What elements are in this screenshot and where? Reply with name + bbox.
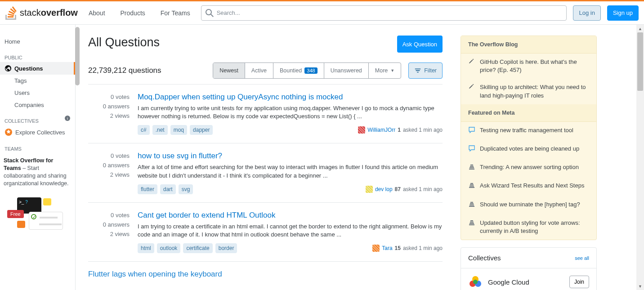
question-excerpt: I am currently trying to write unit test… [138,104,443,120]
nav-about[interactable]: About [84,7,110,19]
meta-item[interactable]: Ask Wizard Test Results and Next Steps [461,177,596,196]
see-all-link[interactable]: see all [575,255,589,261]
question-title[interactable]: how to use svg in flutter? [138,152,443,161]
question-item: 0 votes 0 answers 2 views how to use svg… [88,143,443,202]
tag[interactable]: .net [152,125,168,135]
tag[interactable]: dart [160,184,176,194]
page-title: All Questions [88,36,160,49]
login-button[interactable]: Log in [573,5,600,21]
avatar[interactable] [358,126,365,134]
meta-item[interactable]: Trending: A new answer sorting option [461,159,596,177]
avatar[interactable] [372,245,380,252]
tag[interactable]: c# [138,125,150,135]
tag[interactable]: outlook [157,243,181,253]
topbar: stackoverflow About Products For Teams L… [0,1,644,25]
question-meta: dev lop 87 asked 1 min ago [366,186,443,193]
join-button[interactable]: Join [569,276,589,288]
tab-more[interactable]: More ▼ [369,63,401,78]
filter-tabs: Newest Active Bountied348 Unanswered Mor… [213,62,401,79]
search-input[interactable] [201,5,567,21]
tag[interactable]: dapper [190,125,213,135]
asked-time: asked 1 min ago [403,127,443,133]
info-icon[interactable]: i [64,115,71,121]
tab-more-label: More [375,67,388,74]
question-item: 0 votes 0 answers 2 views Moq.Dapper whe… [88,85,443,143]
scroll-up-arrow[interactable]: ▲ [636,25,644,32]
tab-unanswered[interactable]: Unanswered [324,63,369,78]
tag[interactable]: html [138,243,154,253]
pencil-icon [468,58,475,74]
stack-icon [468,201,475,210]
collective-name[interactable]: Google Cloud [488,278,529,286]
answers: 0 answers [88,103,130,110]
signup-button[interactable]: Sign up [607,5,639,21]
user-link[interactable]: Tara [382,245,392,251]
avatar[interactable] [366,186,373,193]
filter-label: Filter [424,67,437,74]
user-rep: 1 [398,127,401,133]
search-wrap [201,5,567,21]
nav-for-teams[interactable]: For Teams [156,7,195,19]
globe-icon [4,65,12,72]
tag[interactable]: certificate [183,243,212,253]
votes: 0 votes [88,94,130,100]
sidebar-explore-collectives[interactable]: Explore Collectives [0,125,75,139]
meta-item[interactable]: Should we burninate the [hyphen] tag? [461,196,596,214]
tab-newest[interactable]: Newest [213,63,245,78]
right-sidebar: The Overflow Blog GitHub Copilot is here… [453,25,604,290]
views: 2 views [88,112,130,119]
sidebar-teams-label: TEAMS [0,139,75,153]
stackoverflow-icon [5,6,17,20]
filter-button[interactable]: Filter [408,62,443,79]
question-stats: 0 votes 0 answers 2 views [88,93,130,135]
question-item: 0 votes 0 answers 2 views Cant get borde… [88,203,443,262]
tag[interactable]: border [215,243,237,253]
google-cloud-icon [468,275,483,289]
logo[interactable]: stackoverflow [5,6,78,20]
ask-question-button[interactable]: Ask Question [397,36,443,53]
user-link[interactable]: dev lop [375,186,393,192]
meta-header: Featured on Meta [461,104,596,122]
question-title[interactable]: Flutter lags when opening the keyboard [88,270,443,279]
blog-item[interactable]: Skilling up to architect: What you need … [461,79,596,104]
tab-bountied-label: Bountied [280,67,302,74]
search-icon [206,9,214,17]
teams-illustration: >_ ? Free ✓ [4,196,72,227]
nav-products[interactable]: Products [116,7,150,19]
meta-item[interactable]: Duplicated votes are being cleaned up [461,140,596,159]
tab-active[interactable]: Active [245,63,273,78]
meta-item[interactable]: Updated button styling for vote arrows: … [461,214,596,240]
sidebar-companies[interactable]: Companies [0,99,75,111]
stack-icon [468,219,475,235]
meta-item[interactable]: Testing new traffic management tool [461,122,596,140]
question-title[interactable]: Cant get border to extend HTML Outlook [138,211,443,220]
sidebar-public-label: PUBLIC [0,48,75,62]
tab-bountied[interactable]: Bountied348 [273,63,324,78]
question-meta: WilliamJOrr 1 asked 1 min ago [358,126,443,134]
tag[interactable]: svg [179,184,193,194]
blog-item[interactable]: GitHub Copilot is here. But what's the p… [461,54,596,79]
answers: 0 answers [88,162,130,169]
explore-collectives-label: Explore Collectives [15,129,65,136]
views: 2 views [88,171,130,178]
sidebar-scrollbar[interactable] [75,27,80,85]
question-stats: 0 votes 0 answers 2 views [88,211,130,253]
scroll-down-arrow[interactable]: ▼ [636,282,644,290]
question-title[interactable]: Moq.Dapper when setting up QueryAsync no… [138,93,443,102]
sidebar-questions[interactable]: Questions [0,62,75,75]
sidebar-users[interactable]: Users [0,87,75,99]
filter-icon [414,67,421,74]
tag[interactable]: moq [170,125,187,135]
blog-header: The Overflow Blog [461,36,596,54]
sidebar-tags[interactable]: Tags [0,75,75,87]
user-rep: 87 [395,186,401,192]
svg-point-6 [473,280,478,284]
user-link[interactable]: WilliamJOrr [367,127,395,133]
page-scrollbar[interactable]: ▲ ▼ [636,25,644,290]
user-rep: 15 [395,245,401,251]
scroll-thumb[interactable] [637,32,643,91]
tag[interactable]: flutter [138,184,157,194]
sidebar-home[interactable]: Home [0,36,75,48]
overflow-blog-widget: The Overflow Blog GitHub Copilot is here… [461,36,597,240]
asked-time: asked 1 min ago [403,245,443,251]
